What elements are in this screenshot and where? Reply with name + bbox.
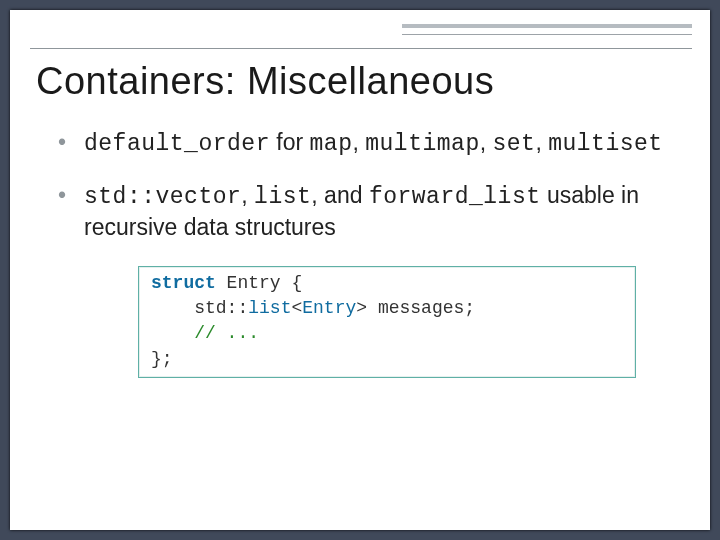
slide: Containers: Miscellaneous default_order … bbox=[10, 10, 710, 530]
tmpl-close: > bbox=[356, 298, 367, 318]
text: for bbox=[270, 129, 310, 155]
text: , bbox=[241, 182, 254, 208]
content-area: default_order for map, multimap, set, mu… bbox=[58, 128, 674, 264]
code-text: multiset bbox=[548, 131, 662, 157]
bullet-default-order: default_order for map, multimap, set, mu… bbox=[58, 128, 674, 159]
slide-title: Containers: Miscellaneous bbox=[36, 60, 494, 103]
bullet-recursive-structures: std::vector, list, and forward_list usab… bbox=[58, 181, 674, 242]
struct-close: }; bbox=[151, 349, 173, 369]
member-suffix: messages; bbox=[367, 298, 475, 318]
text: , bbox=[480, 129, 493, 155]
code-text: list bbox=[254, 184, 311, 210]
text: , bbox=[352, 129, 365, 155]
code-example: struct Entry { std::list<Entry> messages… bbox=[138, 266, 636, 378]
code-text: set bbox=[492, 131, 535, 157]
deco-thin-line bbox=[402, 34, 692, 35]
code-text: default_order bbox=[84, 131, 270, 157]
keyword-struct: struct bbox=[151, 273, 216, 293]
text: , and bbox=[311, 182, 369, 208]
code-text: map bbox=[310, 131, 353, 157]
code-text: multimap bbox=[365, 131, 479, 157]
type-entry: Entry bbox=[302, 298, 356, 318]
indent bbox=[151, 298, 194, 318]
text: , bbox=[535, 129, 548, 155]
comment: // ... bbox=[194, 323, 259, 343]
struct-name: Entry { bbox=[216, 273, 302, 293]
member-prefix: std:: bbox=[194, 298, 248, 318]
code-text: forward_list bbox=[369, 184, 541, 210]
tmpl-open: < bbox=[291, 298, 302, 318]
deco-bar bbox=[402, 24, 692, 29]
type-list: list bbox=[248, 298, 291, 318]
indent bbox=[151, 323, 194, 343]
deco-long-line bbox=[30, 48, 692, 49]
code-text: std::vector bbox=[84, 184, 241, 210]
